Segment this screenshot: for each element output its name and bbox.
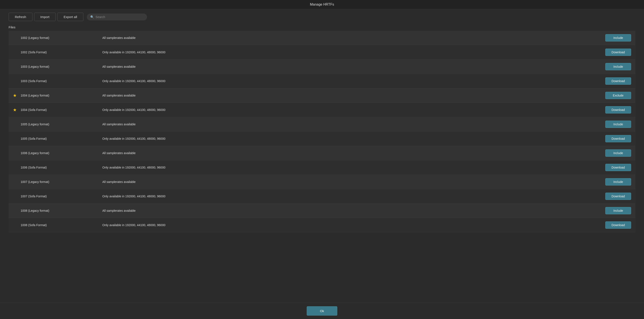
include-button[interactable]: Include xyxy=(605,178,631,186)
table-row: 1007 (Sofa Format)Only available in 1920… xyxy=(8,189,636,204)
file-info: All samplerates available xyxy=(102,65,605,68)
import-button[interactable]: Import xyxy=(34,13,56,21)
file-info: Only available in 192000, 44100, 48000, … xyxy=(102,50,605,54)
table-row: 1002 (Sofa Format)Only available in 1920… xyxy=(8,45,636,60)
search-wrapper: 🔍 xyxy=(87,14,147,20)
file-name: 1002 (Legacy format) xyxy=(21,36,102,40)
file-info: Only available in 192000, 44100, 48000, … xyxy=(102,108,605,112)
export-all-button[interactable]: Export all xyxy=(58,13,84,21)
file-info: All samplerates available xyxy=(102,180,605,184)
file-name: 1007 (Sofa Format) xyxy=(21,194,102,198)
file-info: All samplerates available xyxy=(102,209,605,212)
file-info: All samplerates available xyxy=(102,151,605,155)
file-name: 1006 (Sofa Format) xyxy=(21,166,102,169)
file-name: 1003 (Sofa Format) xyxy=(21,79,102,83)
table-row: 1008 (Sofa Format)Only available in 1920… xyxy=(8,218,636,232)
footer: Ok xyxy=(0,303,644,319)
table-row: 1003 (Legacy format)All samplerates avai… xyxy=(8,60,636,74)
file-info: All samplerates available xyxy=(102,36,605,40)
download-button[interactable]: Download xyxy=(605,222,631,229)
file-name: 1005 (Sofa Format) xyxy=(21,137,102,140)
file-name: 1007 (Legacy format) xyxy=(21,180,102,184)
star-icon: ★ xyxy=(13,93,18,98)
window-title: Manage HRTFs xyxy=(0,0,644,9)
download-button[interactable]: Download xyxy=(605,135,631,142)
refresh-button[interactable]: Refresh xyxy=(8,13,32,21)
table-row: 1002 (Legacy format)All samplerates avai… xyxy=(8,31,636,45)
file-name: 1004 (Legacy format) xyxy=(21,94,102,97)
file-info: Only available in 192000, 44100, 48000, … xyxy=(102,137,605,140)
download-button[interactable]: Download xyxy=(605,106,631,114)
file-list: 1002 (Legacy format)All samplerates avai… xyxy=(0,31,644,303)
include-button[interactable]: Include xyxy=(605,63,631,70)
search-icon: 🔍 xyxy=(90,15,94,19)
download-button[interactable]: Download xyxy=(605,192,631,200)
download-button[interactable]: Download xyxy=(605,164,631,171)
include-button[interactable]: Include xyxy=(605,34,631,42)
download-button[interactable]: Download xyxy=(605,78,631,85)
toolbar: Refresh Import Export all 🔍 xyxy=(0,9,644,24)
file-info: Only available in 192000, 44100, 48000, … xyxy=(102,194,605,198)
include-button[interactable]: Include xyxy=(605,150,631,157)
ok-button[interactable]: Ok xyxy=(307,306,337,316)
file-name: 1002 (Sofa Format) xyxy=(21,50,102,54)
file-info: All samplerates available xyxy=(102,122,605,126)
files-section-label: Files xyxy=(0,24,644,31)
include-button[interactable]: Include xyxy=(605,120,631,128)
file-name: 1005 (Legacy format) xyxy=(21,122,102,126)
file-name: 1008 (Sofa Format) xyxy=(21,223,102,227)
include-button[interactable]: Include xyxy=(605,207,631,214)
search-input[interactable] xyxy=(96,15,144,19)
file-name: 1006 (Legacy format) xyxy=(21,151,102,155)
table-row: 1005 (Legacy format)All samplerates avai… xyxy=(8,117,636,132)
star-icon: ★ xyxy=(13,107,18,112)
file-name: 1003 (Legacy format) xyxy=(21,65,102,68)
file-info: All samplerates available xyxy=(102,94,605,97)
table-row: 1007 (Legacy format)All samplerates avai… xyxy=(8,175,636,189)
table-row: 1008 (Legacy format)All samplerates avai… xyxy=(8,204,636,218)
file-name: 1008 (Legacy format) xyxy=(21,209,102,212)
table-row: 1003 (Sofa Format)Only available in 1920… xyxy=(8,74,636,88)
table-row: ★1004 (Sofa Format)Only available in 192… xyxy=(8,103,636,117)
file-info: Only available in 192000, 44100, 48000, … xyxy=(102,223,605,227)
table-row: ★1004 (Legacy format)All samplerates ava… xyxy=(8,88,636,103)
file-info: Only available in 192000, 44100, 48000, … xyxy=(102,166,605,169)
table-row: 1006 (Legacy format)All samplerates avai… xyxy=(8,146,636,160)
table-row: 1006 (Sofa Format)Only available in 1920… xyxy=(8,160,636,175)
file-name: 1004 (Sofa Format) xyxy=(21,108,102,112)
table-row: 1005 (Sofa Format)Only available in 1920… xyxy=(8,132,636,146)
file-info: Only available in 192000, 44100, 48000, … xyxy=(102,79,605,83)
exclude-button[interactable]: Exclude xyxy=(605,92,631,99)
download-button[interactable]: Download xyxy=(605,48,631,56)
